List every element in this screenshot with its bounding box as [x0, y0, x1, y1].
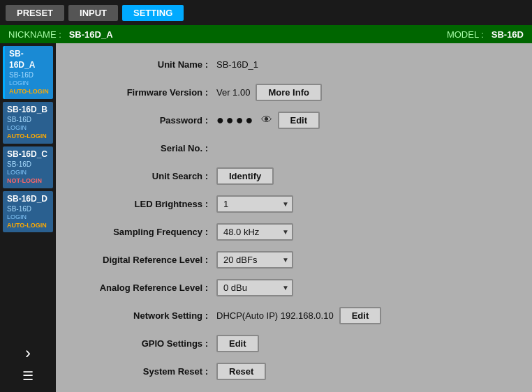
- nickname-value: SB-16D_A: [69, 29, 113, 40]
- device-a-model: SB-16D: [9, 70, 49, 80]
- system-reset-value: Reset: [216, 363, 266, 380]
- eye-icon[interactable]: 👁: [261, 114, 272, 126]
- led-brightness-select[interactable]: 1 2 3 4 5: [216, 195, 293, 213]
- digital-ref-select-wrapper: 18 dBFs 20 dBFs 24 dBFs: [216, 251, 293, 269]
- analog-ref-row: Analog Reference Level : 0 dBu +4 dBu -1…: [70, 278, 518, 297]
- setting-tab[interactable]: SETTING: [122, 5, 184, 21]
- device-c-name: SB-16D_C: [7, 149, 49, 160]
- device-d-name: SB-16D_D: [7, 194, 49, 205]
- unit-search-row: Unit Search : Identify: [70, 166, 518, 186]
- firmware-row: Firmware Version : Ver 1.00 More Info: [70, 82, 518, 102]
- gpio-edit-button[interactable]: Edit: [216, 335, 259, 352]
- sampling-freq-select-wrapper: 44.1 kHz 48.0 kHz 96.0 kHz: [216, 223, 293, 241]
- device-c-status: NOT-LOGIN: [7, 177, 49, 186]
- nickname-bar: NICKNAME : SB-16D_A MODEL : SB-16D: [0, 25, 532, 43]
- device-b-name: SB-16D_B: [7, 105, 49, 116]
- network-setting-label: Network Setting :: [70, 310, 216, 321]
- sidebar-item-device-a[interactable]: SB-16D_A SB-16D LOGIN AUTO-LOGIN: [3, 46, 53, 99]
- sampling-freq-label: Sampling Frequency :: [70, 227, 216, 237]
- more-info-button[interactable]: More Info: [256, 84, 322, 101]
- unit-name-label: Unit Name :: [70, 59, 216, 70]
- led-brightness-value: 1 2 3 4 5: [216, 195, 293, 213]
- serial-no-row: Serial No. :: [70, 138, 518, 158]
- led-brightness-label: LED Brightness :: [70, 199, 216, 209]
- gpio-settings-label: GPIO Settings :: [70, 338, 216, 349]
- password-row: Password : ●●●● 👁 Edit: [70, 110, 518, 130]
- model-right: MODEL : SB-16D: [447, 29, 524, 40]
- sidebar-item-device-d[interactable]: SB-16D_D SB-16D LOGIN AUTO-LOGIN: [3, 191, 53, 233]
- nickname-left: NICKNAME : SB-16D_A: [8, 29, 113, 40]
- reset-button[interactable]: Reset: [216, 363, 266, 380]
- device-c-login: LOGIN: [7, 169, 49, 177]
- sidebar: SB-16D_A SB-16D LOGIN AUTO-LOGIN SB-16D_…: [0, 43, 56, 392]
- firmware-version-text: Ver 1.00: [216, 87, 250, 98]
- network-setting-value: DHCP(Auto IP) 192.168.0.10 Edit: [216, 307, 381, 324]
- gpio-settings-value: Edit: [216, 335, 259, 352]
- analog-ref-label: Analog Reference Level :: [70, 282, 216, 293]
- password-dots: ●●●●: [216, 113, 256, 128]
- password-label: Password :: [70, 115, 216, 126]
- unit-name-row: Unit Name : SB-16D_1: [70, 54, 518, 74]
- analog-ref-select-wrapper: 0 dBu +4 dBu -10 dBu: [216, 279, 293, 296]
- edit-password-button[interactable]: Edit: [278, 112, 320, 129]
- model-label: MODEL :: [447, 29, 484, 40]
- device-d-model: SB-16D: [7, 204, 49, 213]
- sampling-freq-row: Sampling Frequency : 44.1 kHz 48.0 kHz 9…: [70, 222, 518, 241]
- model-value: SB-16D: [492, 29, 524, 40]
- sampling-freq-value: 44.1 kHz 48.0 kHz 96.0 kHz: [216, 223, 293, 241]
- menu-button[interactable]: ☰: [22, 368, 34, 384]
- unit-name-value: SB-16D_1: [216, 59, 258, 70]
- nickname-label: NICKNAME :: [8, 29, 61, 40]
- system-reset-row: System Reset : Reset: [70, 361, 518, 381]
- firmware-label: Firmware Version :: [70, 87, 216, 98]
- top-bar: PRESET INPUT SETTING: [0, 0, 532, 25]
- device-d-login: LOGIN: [7, 213, 49, 222]
- device-b-login: LOGIN: [7, 124, 49, 133]
- system-reset-label: System Reset :: [70, 366, 216, 377]
- digital-ref-label: Digital Reference Level :: [70, 255, 216, 265]
- analog-ref-select[interactable]: 0 dBu +4 dBu -10 dBu: [216, 279, 293, 296]
- sidebar-item-device-c[interactable]: SB-16D_C SB-16D LOGIN NOT-LOGIN: [3, 146, 53, 188]
- expand-sidebar-button[interactable]: ›: [25, 343, 31, 363]
- sidebar-item-device-b[interactable]: SB-16D_B SB-16D LOGIN AUTO-LOGIN: [3, 102, 53, 144]
- unit-search-label: Unit Search :: [70, 171, 216, 181]
- network-setting-text: DHCP(Auto IP) 192.168.0.10: [216, 310, 334, 321]
- unit-search-value: Identify: [216, 167, 274, 185]
- main-layout: SB-16D_A SB-16D LOGIN AUTO-LOGIN SB-16D_…: [0, 43, 532, 392]
- network-edit-button[interactable]: Edit: [339, 307, 382, 324]
- led-brightness-row: LED Brightness : 1 2 3 4 5: [70, 194, 518, 213]
- device-c-model: SB-16D: [7, 160, 49, 169]
- digital-ref-select[interactable]: 18 dBFs 20 dBFs 24 dBFs: [216, 251, 293, 269]
- device-a-status: AUTO-LOGIN: [9, 88, 49, 96]
- firmware-value: Ver 1.00 More Info: [216, 84, 322, 101]
- gpio-settings-row: GPIO Settings : Edit: [70, 333, 518, 353]
- input-tab[interactable]: INPUT: [68, 5, 118, 21]
- device-a-name: SB-16D_A: [9, 49, 49, 70]
- identify-button[interactable]: Identify: [216, 167, 274, 185]
- password-value: ●●●● 👁 Edit: [216, 112, 320, 129]
- digital-ref-value: 18 dBFs 20 dBFs 24 dBFs: [216, 251, 293, 269]
- device-b-status: AUTO-LOGIN: [7, 133, 49, 141]
- device-d-status: AUTO-LOGIN: [7, 222, 49, 230]
- led-brightness-select-wrapper: 1 2 3 4 5: [216, 195, 293, 213]
- sidebar-bottom: › ☰: [3, 343, 53, 389]
- sampling-freq-select[interactable]: 44.1 kHz 48.0 kHz 96.0 kHz: [216, 223, 293, 241]
- device-a-login: LOGIN: [9, 80, 49, 88]
- device-b-model: SB-16D: [7, 115, 49, 124]
- analog-ref-value: 0 dBu +4 dBu -10 dBu: [216, 279, 293, 296]
- serial-no-label: Serial No. :: [70, 143, 216, 153]
- preset-tab[interactable]: PRESET: [6, 5, 64, 21]
- digital-ref-row: Digital Reference Level : 18 dBFs 20 dBF…: [70, 250, 518, 269]
- network-setting-row: Network Setting : DHCP(Auto IP) 192.168.…: [70, 306, 518, 325]
- content-area: Unit Name : SB-16D_1 Firmware Version : …: [56, 43, 532, 392]
